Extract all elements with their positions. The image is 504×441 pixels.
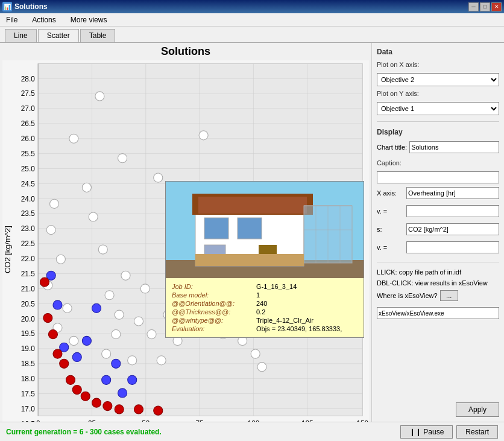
- menu-actions[interactable]: Actions: [28, 14, 59, 25]
- svg-point-64: [50, 199, 59, 208]
- pause-button[interactable]: ❙❙ Pause: [400, 425, 453, 439]
- svg-text:24.5: 24.5: [21, 180, 35, 188]
- chart-title: Solutions: [2, 45, 369, 58]
- svg-point-123: [154, 406, 163, 415]
- svg-point-78: [121, 271, 130, 280]
- x-min-input[interactable]: [406, 205, 499, 217]
- chart-title-label: Chart title:: [377, 144, 407, 151]
- svg-text:28.0: 28.0: [21, 75, 35, 83]
- status-text: Current generation = 6 - 300 cases evalu…: [6, 428, 162, 436]
- job-id-label: Job ID:: [172, 283, 256, 290]
- svg-point-86: [95, 92, 104, 101]
- svg-text:19.0: 19.0: [21, 344, 35, 353]
- svg-point-99: [251, 349, 260, 358]
- svg-point-100: [257, 363, 266, 372]
- x-min-label: v. =: [377, 208, 404, 215]
- svg-point-68: [69, 336, 78, 345]
- chart-title-input[interactable]: [409, 141, 499, 153]
- svg-point-79: [128, 356, 137, 365]
- svg-text:25.5: 25.5: [21, 150, 35, 158]
- menu-file[interactable]: File: [2, 14, 21, 25]
- svg-text:18.0: 18.0: [21, 375, 35, 383]
- svg-point-107: [102, 375, 111, 384]
- x-axis-caption-input[interactable]: [406, 187, 499, 199]
- svg-point-66: [56, 255, 65, 264]
- xesoview-row: Where is xEsoView? ...: [377, 290, 499, 301]
- svg-point-115: [60, 359, 69, 368]
- svg-text:22.0: 22.0: [21, 255, 35, 263]
- y-axis-select[interactable]: Objective 1: [377, 102, 499, 115]
- svg-point-108: [112, 359, 121, 368]
- status-bar: Current generation = 6 - 300 cases evalu…: [0, 422, 504, 441]
- xesoview-browse-button[interactable]: ...: [440, 290, 458, 301]
- tooltip-data: Job ID: G-1_16_3_14 Base model: 1 @@Orie…: [166, 278, 364, 337]
- y-axis-caption-input[interactable]: [406, 223, 499, 235]
- app-icon: 📊: [2, 2, 12, 11]
- x-axis-caption-label: X axis:: [377, 189, 404, 197]
- svg-point-109: [118, 389, 127, 398]
- y-caption-row: s:: [377, 223, 499, 235]
- svg-text:26.5: 26.5: [21, 119, 35, 128]
- separator-2: [377, 262, 499, 262]
- svg-text:19.5: 19.5: [21, 329, 35, 338]
- svg-text:150: 150: [356, 419, 368, 422]
- window-title: Solutions: [14, 2, 48, 11]
- status-buttons: ❙❙ Pause Restart: [400, 425, 498, 439]
- svg-point-87: [69, 134, 78, 143]
- svg-text:27.0: 27.0: [21, 104, 35, 113]
- svg-point-121: [115, 405, 124, 414]
- svg-point-89: [199, 131, 208, 140]
- x-axis-select[interactable]: Objective 2: [377, 73, 499, 86]
- job-id-value: G-1_16_3_14: [256, 283, 297, 290]
- base-model-value: 1: [256, 291, 260, 299]
- thickness-label: @@Thickness@@:: [172, 308, 256, 316]
- evaluation-value: Objs = 23.40349, 165.83333,: [256, 325, 342, 332]
- svg-text:20.5: 20.5: [21, 300, 35, 308]
- menu-more-views[interactable]: More views: [67, 14, 111, 25]
- svg-text:16.5: 16.5: [21, 420, 35, 422]
- close-button[interactable]: ✕: [491, 2, 502, 11]
- restart-button[interactable]: Restart: [456, 425, 498, 439]
- y-min-row: v. =: [377, 241, 499, 253]
- svg-text:0: 0: [36, 419, 40, 422]
- tab-line[interactable]: Line: [5, 29, 37, 42]
- caption-input[interactable]: [377, 171, 499, 183]
- svg-text:125: 125: [301, 419, 313, 422]
- svg-point-111: [40, 278, 49, 287]
- maximize-button[interactable]: □: [480, 2, 490, 11]
- xesoview-path-input[interactable]: [377, 307, 499, 319]
- tab-table[interactable]: Table: [80, 29, 116, 42]
- menu-bar: File Actions More views: [0, 13, 504, 27]
- caption-label: Caption:: [377, 159, 499, 167]
- data-section-title: Data: [377, 48, 499, 56]
- x-caption-row: X axis:: [377, 187, 499, 199]
- svg-text:25.0: 25.0: [21, 165, 35, 173]
- minimize-button[interactable]: ─: [468, 2, 479, 11]
- y-min-label: v. =: [377, 244, 404, 251]
- svg-text:21.5: 21.5: [21, 270, 35, 278]
- y-axis-select-label: Plot on Y axis:: [377, 90, 499, 97]
- svg-point-74: [105, 291, 114, 300]
- svg-point-88: [118, 154, 127, 163]
- orientation-value: 240: [256, 300, 267, 307]
- svg-point-81: [140, 284, 150, 293]
- display-section-title: Display: [377, 128, 499, 136]
- y-axis-caption-label: s:: [377, 226, 404, 233]
- svg-point-112: [43, 314, 52, 323]
- tab-scatter[interactable]: Scatter: [38, 29, 79, 42]
- y-min-input[interactable]: [406, 241, 499, 253]
- svg-text:22.5: 22.5: [21, 240, 35, 248]
- main-container: Line Scatter Table Solutions: [0, 27, 504, 441]
- svg-text:20.0: 20.0: [21, 314, 35, 323]
- chart-area: Solutions: [0, 43, 371, 422]
- svg-point-65: [46, 226, 55, 235]
- xesoview-label: Where is xEsoView?: [377, 292, 438, 299]
- svg-text:27.5: 27.5: [21, 89, 35, 98]
- svg-text:50: 50: [142, 419, 150, 422]
- apply-button[interactable]: Apply: [456, 402, 499, 417]
- svg-rect-132: [238, 218, 262, 239]
- svg-point-73: [98, 245, 107, 254]
- chart-wrapper[interactable]: 28.0 27.5 27.0 26.5 26.0 25.5 25.0 24.5 …: [2, 60, 369, 422]
- dbl-click-label: D: [377, 279, 382, 287]
- svg-point-82: [147, 330, 156, 339]
